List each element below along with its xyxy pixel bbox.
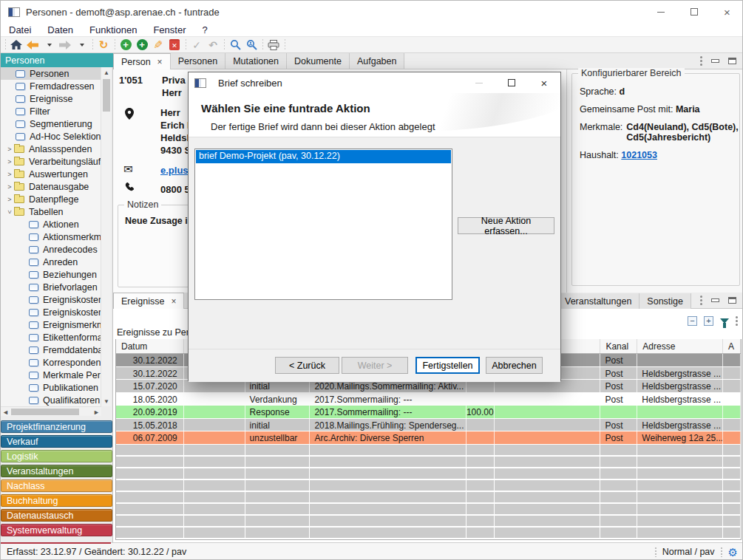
- next-button[interactable]: Weiter >: [342, 357, 408, 374]
- tree-horizontal-scrollbar[interactable]: ◄ ►: [1, 406, 101, 416]
- tree-item-aktionen[interactable]: Aktionen: [1, 218, 101, 231]
- panel-minimize-icon[interactable]: [711, 59, 719, 63]
- table-row[interactable]: 06.07.2009unzustellbarArc.Archiv: Divers…: [116, 431, 741, 445]
- undo-icon[interactable]: ↶: [206, 38, 220, 52]
- tree-item-publikationen[interactable]: Publikationen: [1, 381, 101, 394]
- tree-item-aktionsmerkmal[interactable]: Aktionsmerkmal: [1, 231, 101, 243]
- dialog-maximize-icon[interactable]: [495, 72, 528, 93]
- tab-close-icon[interactable]: ×: [171, 296, 176, 307]
- tree-item-personen[interactable]: Personen: [1, 67, 101, 80]
- tree-item-ad-hoc-selektion[interactable]: Ad-Hoc Selektion: [1, 130, 101, 143]
- tree-item-tabellen[interactable]: >Tabellen: [1, 205, 101, 218]
- menu-item-item[interactable]: ?: [194, 24, 215, 35]
- tree-item-etikettenformate[interactable]: Etikettenformate: [1, 331, 101, 344]
- settings-gear-icon[interactable]: ⚙: [728, 547, 738, 558]
- tree-item-merkmale-perso[interactable]: Merkmale Perso: [1, 369, 101, 381]
- panel-minimize-icon[interactable]: [711, 298, 719, 302]
- tree-item-ereigniskosten-e[interactable]: Ereigniskosten-E: [1, 293, 101, 306]
- print-icon[interactable]: [266, 38, 281, 52]
- tree-item-fremddatenban[interactable]: Fremddatenban: [1, 344, 101, 356]
- expand-icon[interactable]: +: [704, 316, 713, 326]
- module-button-nachlass[interactable]: Nachlass: [1, 479, 112, 492]
- maximize-icon[interactable]: [677, 1, 710, 23]
- tree-item-datenausgabe[interactable]: >Datenausgabe: [1, 180, 101, 193]
- minimize-icon[interactable]: [644, 1, 677, 23]
- menu-item-datei[interactable]: Datei: [1, 24, 39, 35]
- dialog-close-icon[interactable]: ×: [528, 72, 560, 93]
- action-list-item[interactable]: brief Demo-Projekt (pav, 30.12.22): [196, 150, 451, 163]
- menu-item-funktionen[interactable]: Funktionen: [81, 24, 145, 35]
- tree-item-filter[interactable]: Filter: [1, 105, 101, 117]
- scroll-down-icon[interactable]: ▼: [101, 396, 112, 406]
- tree-item-fremdadressen[interactable]: Fremdadressen: [1, 80, 101, 92]
- tree-item-anreden[interactable]: Anreden: [1, 256, 101, 268]
- search-icon[interactable]: [228, 38, 242, 52]
- finish-button[interactable]: Fertigstellen: [415, 357, 480, 374]
- tree-item-ereignismerkma[interactable]: Ereignismerkma: [1, 318, 101, 331]
- add-special-icon[interactable]: +: [135, 38, 149, 52]
- back-icon[interactable]: [25, 38, 40, 52]
- menu-item-fenster[interactable]: Fenster: [145, 24, 194, 35]
- events-tab-sonstige[interactable]: Sonstige: [639, 293, 691, 309]
- tree-item-ereignisse[interactable]: Ereignisse: [1, 92, 101, 105]
- tree-item-anredecodes[interactable]: Anredecodes: [1, 243, 101, 256]
- chevron-collapsed-icon[interactable]: >: [5, 158, 14, 165]
- back-button[interactable]: < Zurück: [275, 357, 339, 374]
- module-button-datenaustausch[interactable]: Datenaustausch: [1, 509, 112, 522]
- column-header-a[interactable]: A: [723, 339, 741, 353]
- scroll-right-icon[interactable]: ►: [92, 407, 101, 417]
- more-icon[interactable]: [736, 316, 738, 326]
- action-listbox[interactable]: brief Demo-Projekt (pav, 30.12.22): [194, 148, 452, 300]
- tree-item-briefvorlagen[interactable]: Briefvorlagen: [1, 281, 101, 293]
- chevron-expanded-icon[interactable]: >: [6, 208, 13, 216]
- chevron-collapsed-icon[interactable]: >: [5, 196, 14, 203]
- tab-person[interactable]: Person×: [113, 53, 171, 69]
- close-icon[interactable]: ×: [710, 1, 743, 23]
- chevron-collapsed-icon[interactable]: >: [5, 171, 14, 178]
- tab-close-icon[interactable]: ×: [157, 57, 163, 67]
- tree-item-beziehungen[interactable]: Beziehungen: [1, 268, 101, 281]
- home-icon[interactable]: [9, 38, 24, 52]
- tab-personen[interactable]: Personen: [171, 53, 226, 69]
- column-header-adresse[interactable]: Adresse: [637, 339, 723, 353]
- panel-maximize-icon[interactable]: [728, 58, 736, 64]
- table-row[interactable]: 18.05.2020Verdankung2017.Sommermailing: …: [116, 393, 741, 406]
- new-action-button[interactable]: Neue Aktion erfassen...: [458, 217, 554, 234]
- scroll-left-icon[interactable]: ◄: [1, 407, 10, 417]
- module-button-veranstaltungen[interactable]: Veranstaltungen: [1, 465, 112, 477]
- module-button-systemverwaltung[interactable]: Systemverwaltung: [1, 524, 112, 536]
- column-header-kanal[interactable]: Kanal: [600, 339, 637, 353]
- table-row[interactable]: 20.09.2019Response2017.Sommermailing: --…: [116, 406, 741, 419]
- add-icon[interactable]: +: [118, 38, 133, 52]
- events-tab-ereignisse[interactable]: Ereignisse×: [113, 293, 184, 309]
- chevron-collapsed-icon[interactable]: >: [5, 183, 14, 191]
- tree-item-anlassspenden[interactable]: >Anlassspenden: [1, 143, 101, 155]
- filter-icon[interactable]: [720, 318, 729, 324]
- forward-dropdown-icon[interactable]: [74, 38, 89, 52]
- module-button-verkauf[interactable]: Verkauf: [1, 435, 112, 448]
- scroll-up-icon[interactable]: ▲: [101, 67, 112, 78]
- household-link[interactable]: 1021053: [621, 150, 657, 160]
- delete-icon[interactable]: ✕: [167, 38, 182, 52]
- tree-item-verarbeitungsl-ufe[interactable]: >Verarbeitungsläufe: [1, 155, 101, 168]
- tree-item-datenpflege[interactable]: >Datenpflege: [1, 193, 101, 205]
- module-button-projektfinanzierung[interactable]: Projektfinanzierung: [1, 420, 112, 433]
- tree-vertical-scrollbar[interactable]: ▲ ▼: [101, 67, 111, 406]
- tree-item-korrespondenz[interactable]: Korrespondenz: [1, 356, 101, 369]
- tab-aufgaben[interactable]: Aufgaben: [350, 53, 405, 69]
- forward-icon[interactable]: [58, 38, 72, 52]
- collapse-icon[interactable]: −: [688, 316, 697, 326]
- more-icon[interactable]: [700, 296, 702, 305]
- tree-item-ereigniskosten-s[interactable]: Ereigniskosten-S: [1, 306, 101, 318]
- panel-maximize-icon[interactable]: [728, 297, 736, 304]
- edit-icon[interactable]: ✎: [151, 38, 166, 52]
- more-icon[interactable]: [700, 56, 702, 66]
- scroll-thumb[interactable]: [11, 409, 79, 415]
- tab-dokumente[interactable]: Dokumente: [287, 53, 350, 69]
- cancel-button[interactable]: Abbrechen: [486, 357, 543, 374]
- chevron-collapsed-icon[interactable]: >: [5, 146, 14, 153]
- menu-item-daten[interactable]: Daten: [39, 24, 81, 35]
- module-button-logistik[interactable]: Logistik: [1, 450, 112, 462]
- confirm-icon[interactable]: ✓: [189, 38, 204, 52]
- table-row[interactable]: 15.05.2018initial2018.Mailings.Frühling:…: [116, 419, 741, 432]
